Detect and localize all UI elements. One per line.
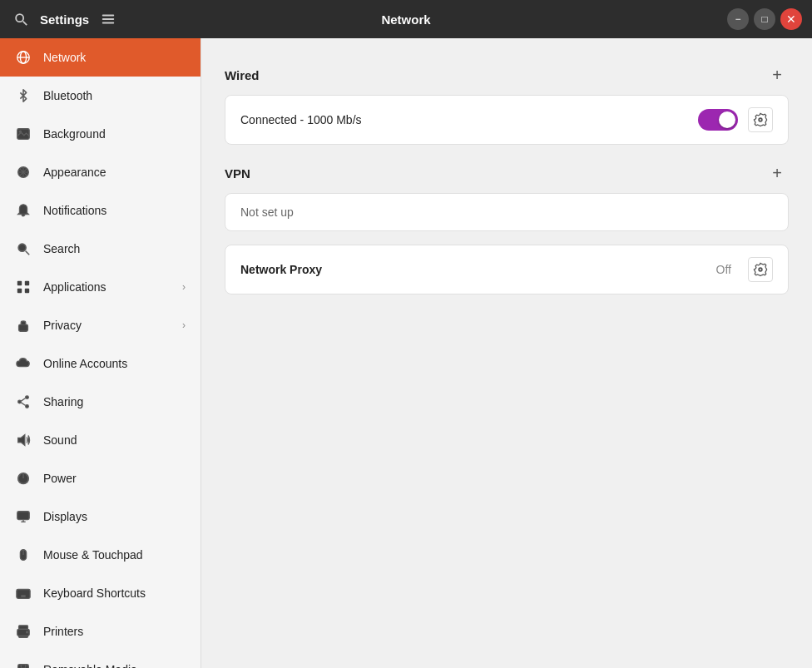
proxy-card-row: Network Proxy Off [225,245,788,294]
sidebar-label-appearance: Appearance [43,166,106,179]
sidebar-item-appearance[interactable]: Appearance [0,153,201,191]
sidebar-item-privacy[interactable]: Privacy › [0,306,201,344]
sidebar-label-applications: Applications [43,280,106,294]
sidebar-label-removable: Removable Media [43,663,137,668]
sidebar-label-printers: Printers [43,625,83,638]
sidebar-item-printers[interactable]: Printers [0,612,201,651]
vpn-card-row: Not set up [225,194,788,230]
privacy-icon [15,317,32,334]
background-icon [15,126,32,142]
bluetooth-icon [15,87,32,104]
svg-line-22 [21,403,25,406]
wired-section-title: Wired [225,68,260,82]
search-nav-icon [15,240,32,257]
svg-line-12 [26,251,30,255]
grid-icon [15,279,32,295]
svg-point-40 [27,631,28,633]
svg-line-21 [21,398,25,402]
wired-connection-label: Connected - 1000 Mb/s [240,113,688,126]
maximize-button[interactable]: □ [754,8,775,30]
bell-icon [15,202,32,219]
proxy-label: Network Proxy [240,263,706,276]
window-title: Network [381,12,430,27]
svg-point-19 [26,405,29,408]
appearance-icon [15,164,32,181]
sidebar-item-background[interactable]: Background [0,115,201,153]
svg-rect-17 [19,324,28,331]
wired-toggle-slider [698,109,738,131]
sidebar-label-online-accounts: Online Accounts [43,357,127,370]
wired-card-row: Connected - 1000 Mb/s [225,96,788,144]
sidebar-label-privacy: Privacy [43,319,82,332]
svg-rect-2 [102,15,114,17]
sidebar-item-sound[interactable]: Sound [0,421,201,459]
sidebar: Network Bluetooth Background Appearance [0,38,201,668]
sidebar-label-mouse: Mouse & Touchpad [43,548,143,562]
sidebar-item-notifications[interactable]: Notifications [0,191,201,230]
vpn-add-button[interactable]: + [765,161,789,185]
svg-rect-3 [102,18,114,20]
menu-button[interactable] [97,8,119,30]
sidebar-label-sound: Sound [43,433,77,447]
sidebar-item-applications[interactable]: Applications › [0,268,201,306]
proxy-card: Network Proxy Off [225,245,789,294]
sidebar-item-displays[interactable]: Displays [0,497,201,536]
content-area: Wired + Connected - 1000 Mb/s VPN [201,38,812,668]
sidebar-item-bluetooth[interactable]: Bluetooth [0,77,201,115]
network-icon [15,49,32,66]
proxy-settings-button[interactable] [748,257,773,282]
sound-icon [15,432,32,448]
svg-rect-25 [17,512,29,520]
svg-rect-42 [21,665,25,668]
sidebar-item-power[interactable]: Power [0,459,201,497]
svg-point-0 [16,14,23,22]
svg-rect-15 [17,289,22,293]
svg-rect-14 [25,281,29,285]
sidebar-label-displays: Displays [43,510,87,523]
sidebar-label-network: Network [43,51,86,64]
removable-icon [15,661,32,668]
sidebar-label-keyboard: Keyboard Shortcuts [43,586,146,600]
sidebar-label-power: Power [43,472,77,485]
vpn-section-header: VPN + [225,161,789,185]
close-button[interactable]: ✕ [780,8,802,30]
search-button[interactable] [10,8,32,30]
svg-point-20 [18,400,22,403]
svg-rect-4 [102,22,114,24]
svg-rect-16 [25,289,29,293]
display-icon [15,508,32,525]
sidebar-label-bluetooth: Bluetooth [43,89,92,102]
mouse-icon [15,547,32,563]
sidebar-item-keyboard[interactable]: Keyboard Shortcuts [0,574,201,612]
titlebar: Settings Network − □ ✕ [0,0,812,38]
wired-section-header: Wired + [225,63,789,87]
sidebar-label-notifications: Notifications [43,204,106,217]
window-controls: − □ ✕ [727,8,802,30]
wired-settings-button[interactable] [748,107,773,132]
keyboard-icon [15,585,32,601]
wired-add-button[interactable]: + [765,63,789,87]
svg-line-1 [23,22,27,26]
wired-toggle[interactable] [698,109,738,131]
titlebar-left: Settings [10,8,119,30]
sidebar-item-search[interactable]: Search [0,230,201,268]
sidebar-item-sharing[interactable]: Sharing [0,383,201,421]
vpn-not-setup-label: Not set up [240,205,294,219]
svg-point-11 [18,244,26,251]
vpn-card: Not set up [225,193,789,231]
chevron-right-icon: › [182,281,186,293]
minimize-button[interactable]: − [727,8,749,30]
sidebar-item-network[interactable]: Network [0,38,201,77]
sidebar-item-removable-media[interactable]: Removable Media [0,651,201,668]
cloud-icon [15,355,32,372]
svg-point-9 [19,131,21,132]
sidebar-label-background: Background [43,127,106,141]
vpn-section-title: VPN [225,166,250,181]
power-icon [15,470,32,487]
sidebar-item-mouse-touchpad[interactable]: Mouse & Touchpad [0,536,201,574]
sidebar-item-online-accounts[interactable]: Online Accounts [0,344,201,383]
printer-icon [15,623,32,640]
app-body: Network Bluetooth Background Appearance [0,38,812,668]
sidebar-label-search: Search [43,242,80,255]
app-title: Settings [40,12,89,27]
